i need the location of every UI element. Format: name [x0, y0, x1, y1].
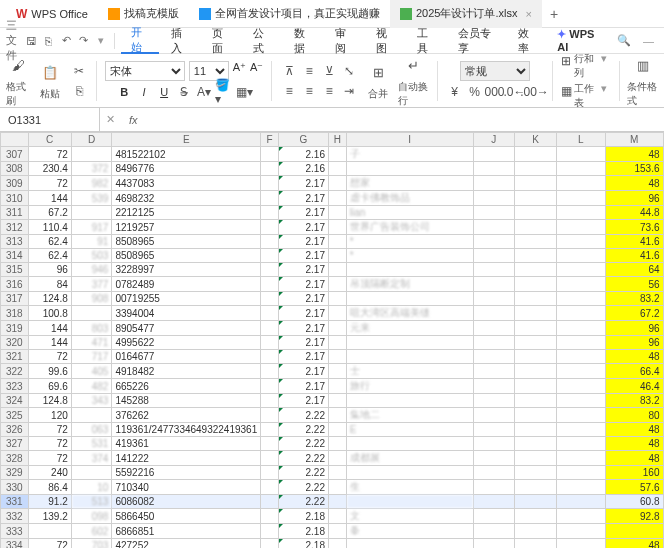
format-painter-icon[interactable]: 🖌: [6, 54, 30, 78]
cell[interactable]: 62.4: [28, 235, 71, 249]
cell[interactable]: 72: [28, 350, 71, 364]
cell[interactable]: lian: [346, 206, 473, 220]
cell[interactable]: 063: [71, 423, 112, 437]
cell[interactable]: [261, 263, 279, 277]
cell[interactable]: [515, 336, 557, 350]
cell[interactable]: [605, 524, 663, 539]
cell[interactable]: 665226: [112, 379, 261, 394]
cell[interactable]: [515, 451, 557, 466]
cell[interactable]: [515, 220, 557, 235]
cell[interactable]: 83.2: [605, 394, 663, 408]
table-row[interactable]: 328723741412222.22成都展48: [1, 451, 664, 466]
cell[interactable]: [261, 147, 279, 162]
cell[interactable]: 8496776: [112, 162, 261, 176]
table-row[interactable]: 334727034272522.1848: [1, 539, 664, 549]
menu-efficiency[interactable]: 效率: [508, 28, 547, 54]
cell[interactable]: [261, 480, 279, 495]
cell[interactable]: 153.6: [605, 162, 663, 176]
row-header[interactable]: 309: [1, 176, 29, 191]
row-header[interactable]: 322: [1, 364, 29, 379]
cell[interactable]: 3228997: [112, 263, 261, 277]
cell[interactable]: [473, 306, 515, 321]
cell[interactable]: 2.17: [278, 321, 328, 336]
cell[interactable]: 元来: [346, 321, 473, 336]
cell[interactable]: 57.6: [605, 480, 663, 495]
cell[interactable]: [515, 480, 557, 495]
row-header[interactable]: 312: [1, 220, 29, 235]
cell[interactable]: 48: [605, 451, 663, 466]
cell[interactable]: [515, 147, 557, 162]
cell[interactable]: [328, 191, 346, 206]
menu-view[interactable]: 视图: [366, 28, 405, 54]
row-header[interactable]: 310: [1, 191, 29, 206]
cell[interactable]: [328, 220, 346, 235]
table-row[interactable]: 33086.4107103402.22生57.6: [1, 480, 664, 495]
cell[interactable]: 48: [605, 423, 663, 437]
cell[interactable]: [515, 364, 557, 379]
doc-tab-1[interactable]: 找稿克模版: [98, 0, 189, 28]
cell[interactable]: [473, 509, 515, 524]
cell[interactable]: 144: [28, 191, 71, 206]
cell[interactable]: 83.2: [605, 292, 663, 306]
row-header[interactable]: 314: [1, 249, 29, 263]
cell[interactable]: 子: [346, 147, 473, 162]
cell[interactable]: [328, 423, 346, 437]
cell[interactable]: [328, 350, 346, 364]
cell[interactable]: 124.8: [28, 394, 71, 408]
cell[interactable]: 72: [28, 176, 71, 191]
table-row[interactable]: 33191.251360860822.2260.8: [1, 495, 664, 509]
cell[interactable]: [473, 480, 515, 495]
cell[interactable]: [261, 306, 279, 321]
cell[interactable]: [328, 539, 346, 549]
cell[interactable]: [328, 249, 346, 263]
cell[interactable]: 4918482: [112, 364, 261, 379]
cell[interactable]: [473, 350, 515, 364]
cell[interactable]: 6086082: [112, 495, 261, 509]
cell[interactable]: 2.17: [278, 191, 328, 206]
cell[interactable]: [328, 321, 346, 336]
cell[interactable]: [328, 480, 346, 495]
cell[interactable]: 46.4: [605, 379, 663, 394]
cell[interactable]: 8905477: [112, 321, 261, 336]
sheet-icon[interactable]: ▦: [560, 82, 572, 100]
cell[interactable]: [556, 437, 605, 451]
cell[interactable]: 710340: [112, 480, 261, 495]
cell[interactable]: 0164677: [112, 350, 261, 364]
percent-icon[interactable]: %: [466, 83, 484, 101]
cell[interactable]: [261, 321, 279, 336]
table-row[interactable]: 324124.83431452882.1783.2: [1, 394, 664, 408]
row-header[interactable]: 327: [1, 437, 29, 451]
cell[interactable]: [261, 235, 279, 249]
table-row[interactable]: 31462.450385089652.17*41.6: [1, 249, 664, 263]
table-row[interactable]: 332139.209858664502.18文92.8: [1, 509, 664, 524]
cell[interactable]: [261, 451, 279, 466]
cell[interactable]: 5592216: [112, 466, 261, 480]
cell[interactable]: [515, 191, 557, 206]
fx-icon[interactable]: fx: [121, 114, 146, 126]
cell[interactable]: 144: [28, 321, 71, 336]
cond-format-icon[interactable]: ▥: [631, 54, 655, 78]
cell[interactable]: 96: [605, 191, 663, 206]
cell[interactable]: [473, 263, 515, 277]
cell[interactable]: 0782489: [112, 277, 261, 292]
cell[interactable]: 4437083: [112, 176, 261, 191]
cell[interactable]: [556, 220, 605, 235]
cell[interactable]: [473, 235, 515, 249]
number-format-select[interactable]: 常规: [460, 61, 530, 81]
cell[interactable]: 72: [28, 539, 71, 549]
cell[interactable]: 110.4: [28, 220, 71, 235]
cell[interactable]: 503: [71, 249, 112, 263]
row-header[interactable]: 323: [1, 379, 29, 394]
increase-font-icon[interactable]: A⁺: [233, 61, 246, 81]
cell[interactable]: [556, 321, 605, 336]
cell[interactable]: 96: [28, 263, 71, 277]
cell[interactable]: [515, 437, 557, 451]
table-row[interactable]: 31362.49185089652.17*41.6: [1, 235, 664, 249]
cell[interactable]: 2.22: [278, 466, 328, 480]
cell[interactable]: 098: [71, 509, 112, 524]
menu-member[interactable]: 会员专享: [448, 28, 506, 54]
cell[interactable]: [328, 263, 346, 277]
cell[interactable]: [515, 495, 557, 509]
cut-icon[interactable]: ✂: [70, 62, 88, 80]
cell[interactable]: [556, 350, 605, 364]
